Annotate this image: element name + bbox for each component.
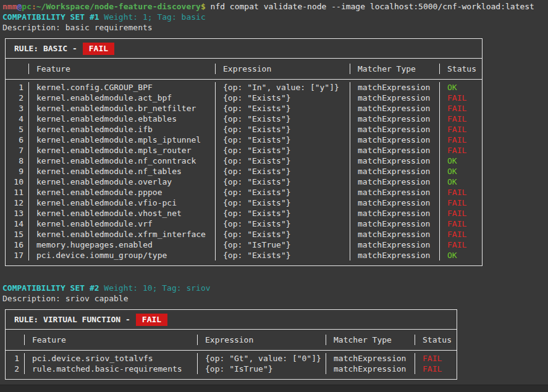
row-feature: kernel.enabledmodule.nf_conntrack xyxy=(28,156,215,166)
set-description: Description: basic requirements xyxy=(2,22,548,33)
row-expression: {op: "Exists"} xyxy=(215,93,350,103)
row-number: 2 xyxy=(6,93,28,103)
column-header-row: Feature Expression Matcher Type Status xyxy=(6,59,482,80)
set1-heading: COMPATIBILITY SET #1 Weight: 1; Tag: bas… xyxy=(2,12,548,22)
row-status: OK xyxy=(439,166,482,177)
row-status: FAIL xyxy=(439,187,482,198)
row-expression: {op: "Exists"} xyxy=(215,177,350,187)
row-matcher: matchExpression xyxy=(350,250,439,261)
row-status: OK xyxy=(439,156,482,166)
row-number: 3 xyxy=(6,103,28,114)
row-matcher: matchExpression xyxy=(350,219,439,229)
col-header-expression: Expression xyxy=(215,64,350,74)
table-row: 13 kernel.enabledmodule.vhost_net {op: "… xyxy=(6,208,482,219)
table-row: 12 kernel.enabledmodule.vfio-pci {op: "E… xyxy=(6,198,482,208)
table-row: 6 kernel.enabledmodule.mpls_iptunnel {op… xyxy=(6,135,482,145)
row-feature: kernel.enabledmodule.xfrm_interface xyxy=(28,229,215,240)
row-expression: {op: "Gt", value: ["0"]} xyxy=(197,353,326,364)
row-feature: memory.hugepages.enabled xyxy=(28,240,215,250)
col-header-feature: Feature xyxy=(24,335,197,345)
row-expression: {op: "Exists"} xyxy=(215,208,350,219)
row-number: 11 xyxy=(6,187,28,198)
row-number: 16 xyxy=(6,240,28,250)
table-row: 8 kernel.enabledmodule.nf_conntrack {op:… xyxy=(6,156,482,166)
table-row: 2 kernel.enabledmodule.act_bpf {op: "Exi… xyxy=(6,93,482,103)
row-number: 13 xyxy=(6,208,28,219)
set-meta: Weight: 1; Tag: basic xyxy=(99,12,206,22)
row-number: 1 xyxy=(6,82,28,93)
table-row: 9 kernel.enabledmodule.nf_tables {op: "E… xyxy=(6,166,482,177)
row-status: FAIL xyxy=(439,229,482,240)
row-matcher: matchExpression xyxy=(326,364,415,374)
row-status: OK xyxy=(439,82,482,93)
row-matcher: matchExpression xyxy=(350,187,439,198)
table-row: 5 kernel.enabledmodule.ifb {op: "Exists"… xyxy=(6,124,482,135)
row-matcher: matchExpression xyxy=(350,229,439,240)
table-row: 7 kernel.enabledmodule.mpls_router {op: … xyxy=(6,145,482,156)
rule-title: RULE: BASIC - xyxy=(14,43,77,54)
set-title: COMPATIBILITY SET #1 xyxy=(2,12,99,22)
row-feature: pci.device.sriov_totalvfs xyxy=(24,353,197,364)
row-number: 1 xyxy=(6,353,24,364)
row-status: FAIL xyxy=(439,219,482,229)
row-feature: kernel.enabledmodule.vhost_net xyxy=(28,208,215,219)
table-row: 3 kernel.enabledmodule.br_netfilter {op:… xyxy=(6,103,482,114)
row-expression: {op: "Exists"} xyxy=(215,114,350,124)
row-expression: {op: "Exists"} xyxy=(215,124,350,135)
table-row: 10 kernel.enabledmodule.overlay {op: "Ex… xyxy=(6,177,482,187)
row-feature: pci.device.iommu_group/type xyxy=(28,250,215,261)
table-row: 1 kernel.config.CGROUP_BPF {op: "In", va… xyxy=(6,82,482,93)
row-feature: kernel.enabledmodule.pppoe xyxy=(28,187,215,198)
column-header-row: Feature Expression Matcher Type Status xyxy=(6,330,457,351)
rule-header: RULE: VIRTUAL FUNCTION - FAIL xyxy=(6,310,457,330)
prompt-user: nmm xyxy=(2,2,17,11)
row-feature: kernel.config.CGROUP_BPF xyxy=(28,82,215,93)
row-feature: kernel.enabledmodule.ebtables xyxy=(28,114,215,124)
row-matcher: matchExpression xyxy=(350,240,439,250)
row-expression: {op: "Exists"} xyxy=(215,250,350,261)
row-status: FAIL xyxy=(415,353,457,364)
rule-table-basic: RULE: BASIC - FAIL Feature Expression Ma… xyxy=(5,38,483,266)
table-body: 1 pci.device.sriov_totalvfs {op: "Gt", v… xyxy=(6,351,457,379)
row-status: FAIL xyxy=(439,145,482,156)
row-number: 5 xyxy=(6,124,28,135)
row-status: FAIL xyxy=(415,364,457,374)
set-meta: Weight: 10; Tag: sriov xyxy=(99,283,211,293)
col-header-status: Status xyxy=(415,335,457,345)
row-status: OK xyxy=(439,177,482,187)
row-number: 10 xyxy=(6,177,28,187)
row-matcher: matchExpression xyxy=(326,353,415,364)
row-number: 14 xyxy=(6,219,28,229)
table-body: 1 kernel.config.CGROUP_BPF {op: "In", va… xyxy=(6,80,482,265)
prompt-host: pc xyxy=(22,2,32,11)
row-matcher: matchExpression xyxy=(350,103,439,114)
table-row: 17 pci.device.iommu_group/type {op: "Exi… xyxy=(6,250,482,261)
row-matcher: matchExpression xyxy=(350,93,439,103)
row-number: 7 xyxy=(6,145,28,156)
rule-header: RULE: BASIC - FAIL xyxy=(6,39,482,59)
row-feature: kernel.enabledmodule.act_bpf xyxy=(28,93,215,103)
set-description: Description: sriov capable xyxy=(2,293,548,304)
row-expression: {op: "Exists"} xyxy=(215,145,350,156)
row-feature: kernel.enabledmodule.vfio-pci xyxy=(28,198,215,208)
table-row: 14 kernel.enabledmodule.vrf {op: "Exists… xyxy=(6,219,482,229)
row-feature: kernel.enabledmodule.mpls_router xyxy=(28,145,215,156)
row-number: 17 xyxy=(6,250,28,261)
table-row: 15 kernel.enabledmodule.xfrm_interface {… xyxy=(6,229,482,240)
row-expression: {op: "Exists"} xyxy=(215,198,350,208)
row-number: 9 xyxy=(6,166,28,177)
set-title: COMPATIBILITY SET #2 xyxy=(2,283,99,293)
row-number: 2 xyxy=(6,364,24,374)
table-row: 11 kernel.enabledmodule.pppoe {op: "Exis… xyxy=(6,187,482,198)
terminal-screen[interactable]: nmm@pc:~/Workspace/node-feature-discover… xyxy=(0,0,548,392)
row-feature: kernel.enabledmodule.ifb xyxy=(28,124,215,135)
row-status: FAIL xyxy=(439,124,482,135)
table-row: 4 kernel.enabledmodule.ebtables {op: "Ex… xyxy=(6,114,482,124)
rule-status-badge: FAIL xyxy=(136,314,167,326)
row-expression: {op: "IsTrue"} xyxy=(215,240,350,250)
row-number: 6 xyxy=(6,135,28,145)
row-feature: rule.matched.basic-requirements xyxy=(24,364,197,374)
col-header-status: Status xyxy=(439,64,482,74)
row-feature: kernel.enabledmodule.br_netfilter xyxy=(28,103,215,114)
row-status: FAIL xyxy=(439,135,482,145)
